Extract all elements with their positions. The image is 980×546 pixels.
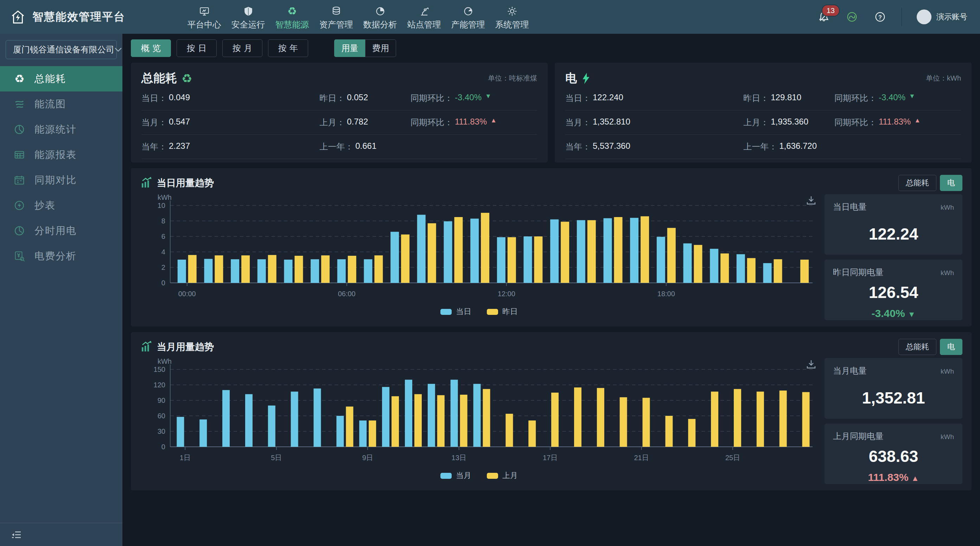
svg-text:kWh: kWh xyxy=(158,194,172,201)
legend-swatch-blue xyxy=(441,309,452,315)
yesterday-energy-box: 昨日同期电量kWh 126.54 -3.40%▼ xyxy=(824,259,963,320)
shield-icon xyxy=(243,6,254,16)
toggle-electricity[interactable]: 电 xyxy=(940,339,963,355)
panel-header: 当月用量趋势 总能耗 电 xyxy=(140,338,963,356)
sidebar-item-energy-flow[interactable]: 能流图 xyxy=(0,91,123,117)
trend-down-icon: ▼ xyxy=(908,310,916,319)
svg-text:1日: 1日 xyxy=(180,454,191,462)
help-icon: ? xyxy=(874,11,886,23)
company-selector[interactable]: 厦门锐谷通信设备有限公司 xyxy=(6,40,117,59)
sidebar-item-time-of-use[interactable]: 分时用电 xyxy=(0,218,123,244)
toggle-total-energy[interactable]: 总能耗 xyxy=(898,339,936,355)
legend-current-month[interactable]: 当月 xyxy=(441,470,471,481)
sidebar-item-total-energy[interactable]: ♻ 总能耗 xyxy=(0,66,123,91)
sidebar-item-period-compare[interactable]: 同期对比 xyxy=(0,167,123,193)
svg-text:5日: 5日 xyxy=(271,454,282,462)
svg-text:30: 30 xyxy=(158,427,165,435)
avatar xyxy=(917,10,931,24)
card-header: 电 单位：kWh xyxy=(565,70,961,86)
chart-legend: 当日 昨日 xyxy=(140,306,818,318)
yesterday-energy-value: 126.54 xyxy=(833,283,954,302)
tab-by-month[interactable]: 按月 xyxy=(222,40,262,57)
daily-delta: -3.40%▼ xyxy=(833,307,954,320)
nav-smart-energy[interactable]: ♻ 智慧能源 xyxy=(270,4,314,30)
last-month-energy-value: 638.63 xyxy=(833,447,954,466)
download-icon[interactable] xyxy=(805,359,817,370)
svg-text:06:00: 06:00 xyxy=(338,290,356,298)
monitor-icon xyxy=(199,6,210,16)
trend-up-icon: ▲ xyxy=(490,117,497,128)
series-toggle-group: 总能耗 电 xyxy=(898,339,963,355)
svg-text:10: 10 xyxy=(158,202,165,209)
daily-usage-chart: kWh024681000:0006:0012:0018:00 当日 昨日 xyxy=(140,194,818,320)
toggle-total-energy[interactable]: 总能耗 xyxy=(898,175,936,191)
tab-by-year[interactable]: 按年 xyxy=(268,40,308,57)
svg-text:17日: 17日 xyxy=(543,454,558,462)
nav-capacity-management[interactable]: 产能管理 xyxy=(446,4,490,30)
top-header: 智慧能效管理平台 平台中心 安全运行 ♻ 智慧能源 资产管理 数据分析 站点管理 xyxy=(0,0,980,34)
sidebar-item-meter-reading[interactable]: 抄表 xyxy=(0,193,123,218)
nav-safe-operation[interactable]: 安全运行 xyxy=(226,4,270,30)
sidebar-menu: ♻ 总能耗 能流图 能源统计 能源报表 同期对比 抄表 xyxy=(0,66,123,269)
legend-last-month[interactable]: 上月 xyxy=(487,470,518,481)
svg-text:0: 0 xyxy=(161,443,165,450)
help-button[interactable]: ? xyxy=(873,10,887,24)
panel-title: 当日用量趋势 xyxy=(140,177,214,189)
daily-bar-chart: kWh024681000:0006:0012:0018:00 xyxy=(140,194,818,303)
toggle-electricity[interactable]: 电 xyxy=(940,175,963,191)
legend-yesterday[interactable]: 昨日 xyxy=(487,306,518,317)
notifications-button[interactable]: 13 xyxy=(817,10,830,24)
recycle-icon: ♻ xyxy=(13,73,25,85)
nav-asset-management[interactable]: 资产管理 xyxy=(314,4,358,30)
daily-side-stats: 当日电量kWh 122.24 昨日同期电量kWh 126.54 -3.40%▼ xyxy=(824,194,963,320)
tab-by-day[interactable]: 按日 xyxy=(177,40,217,57)
lightning-icon xyxy=(581,72,590,84)
company-name: 厦门锐谷通信设备有限公司 xyxy=(13,44,115,55)
robot-arm-icon xyxy=(419,6,430,16)
pie-chart-icon xyxy=(375,6,385,16)
energy-flow-icon xyxy=(13,98,25,110)
gear-icon xyxy=(507,6,517,16)
legend-swatch-yellow xyxy=(487,309,498,315)
sidebar-item-cost-analysis[interactable]: 电费分析 xyxy=(0,244,123,269)
time-of-use-icon xyxy=(13,225,25,237)
monthly-usage-chart: kWh03060901201501日5日9日13日17日21日25日 当月 上月 xyxy=(140,358,818,484)
nav-system-management[interactable]: 系统管理 xyxy=(490,4,534,30)
legend-swatch-yellow xyxy=(487,473,498,479)
nav-site-management[interactable]: 站点管理 xyxy=(402,4,446,30)
svg-text:8: 8 xyxy=(161,217,165,225)
panel-title: 当月用量趋势 xyxy=(140,341,214,353)
nav-data-analysis[interactable]: 数据分析 xyxy=(358,4,402,30)
pie-chart-icon xyxy=(13,124,25,135)
monthly-bar-chart: kWh03060901201501日5日9日13日17日21日25日 xyxy=(140,358,818,467)
card-electricity: 电 单位：kWh 当日122.240 昨日129.810 同期环比-3.40%▼… xyxy=(555,63,972,162)
cost-analysis-icon xyxy=(13,250,25,262)
legend-today[interactable]: 当日 xyxy=(441,306,471,317)
collapse-sidebar-icon[interactable] xyxy=(11,529,22,541)
trend-down-icon: ▼ xyxy=(909,92,915,104)
recycle-icon: ♻ xyxy=(287,6,297,16)
link-status-button[interactable] xyxy=(845,10,859,24)
tab-usage[interactable]: 用量 xyxy=(334,40,365,57)
link-icon xyxy=(846,11,858,23)
card-total-energy: 总能耗♻ 单位：吨标准煤 当日0.049 昨日0.052 同期环比-3.40%▼… xyxy=(131,63,548,162)
monthly-delta: 111.83%▲ xyxy=(833,471,954,483)
download-icon[interactable] xyxy=(805,195,817,206)
tab-cost[interactable]: 费用 xyxy=(365,40,396,57)
mode-tab-group: 用量 费用 xyxy=(334,40,396,57)
capacity-pie-icon xyxy=(463,6,474,16)
svg-text:12:00: 12:00 xyxy=(498,290,515,298)
sidebar-item-energy-report[interactable]: 能源报表 xyxy=(0,142,123,167)
tab-overview[interactable]: 概览 xyxy=(131,40,171,57)
calendar-compare-icon xyxy=(13,174,25,186)
user-menu[interactable]: 演示账号 xyxy=(917,10,967,24)
sidebar-item-energy-statistics[interactable]: 能源统计 xyxy=(0,117,123,142)
svg-text:?: ? xyxy=(878,14,882,21)
daily-trend-panel: 当日用量趋势 总能耗 电 kWh024681000:0006:0012:0018… xyxy=(131,168,972,326)
sidebar-spacer xyxy=(0,269,123,523)
stat-row: 当月0.547 上月0.782 同期环比111.83%▲ xyxy=(142,110,537,135)
nav-platform-center[interactable]: 平台中心 xyxy=(182,4,226,30)
main-content: 概览 按日 按月 按年 用量 费用 总能耗♻ 单位：吨标准煤 当日0.049 昨… xyxy=(123,34,980,546)
today-energy-value: 122.24 xyxy=(833,224,954,244)
unit-note: 单位：kWh xyxy=(926,73,961,83)
